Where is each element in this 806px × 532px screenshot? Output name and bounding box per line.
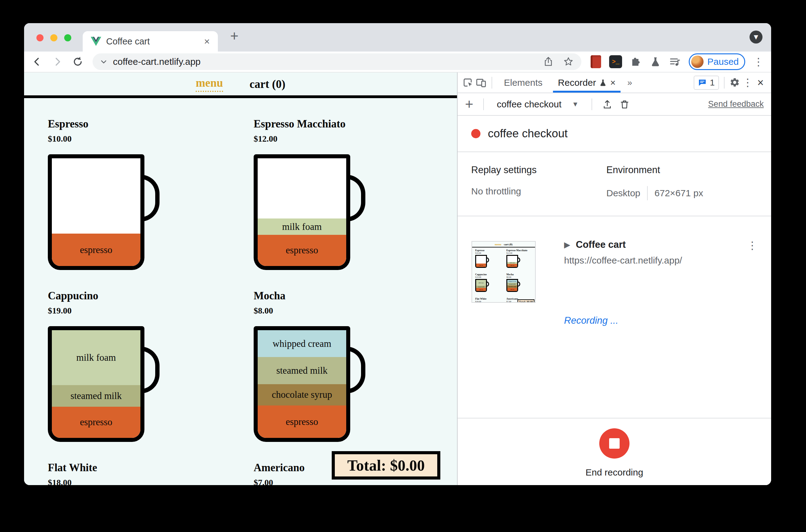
tab-close-icon[interactable]: × <box>204 36 210 46</box>
cup-layer-steamed-milk: steamed milk <box>258 357 346 384</box>
shop-nav: menu cart (0) <box>24 73 457 98</box>
issues-counter[interactable]: 1 <box>694 76 719 90</box>
reload-button[interactable] <box>72 56 83 67</box>
replay-settings-title[interactable]: Replay settings <box>471 165 606 176</box>
traffic-lights <box>36 34 71 41</box>
nav-menu-link[interactable]: menu <box>196 76 223 92</box>
recording-dot-icon <box>471 129 480 138</box>
devtools-menu-kebab-icon[interactable]: ⋮ <box>743 79 753 86</box>
product-grid: Espresso$10.00espressoEspresso Macchiato… <box>24 98 457 485</box>
step-menu-kebab-icon[interactable]: ⋮ <box>747 242 757 248</box>
close-recorder-tab-icon[interactable]: × <box>610 77 616 88</box>
cup-layer-label: espresso <box>286 416 318 428</box>
cup-visual: whipped creamsteamed milkchocolate syrup… <box>254 326 369 442</box>
cup-layer-label: espresso <box>80 244 112 255</box>
more-tabs-icon[interactable]: » <box>624 78 635 88</box>
replay-settings-section: Replay settings No throttling Environmen… <box>458 152 771 216</box>
total-badge: Total: $0.00 <box>332 451 440 479</box>
mini-product-name: Cappucino <box>475 273 502 276</box>
mini-coffee-cup: milk foamespresso <box>506 255 518 268</box>
product-card: Flat White$18.00 <box>48 462 254 485</box>
close-devtools-icon[interactable]: × <box>755 76 766 89</box>
environment-title[interactable]: Environment <box>606 165 703 176</box>
product-price: $8.00 <box>254 306 457 316</box>
product-price: $10.00 <box>48 134 254 144</box>
coffee-cup[interactable]: milk foamsteamed milkespresso <box>48 326 145 442</box>
mini-product-price: $19.00 <box>475 276 502 278</box>
nav-cart-link[interactable]: cart (0) <box>250 77 285 91</box>
device-toolbar-icon[interactable] <box>476 77 487 88</box>
recorder-toolbar: + coffee checkout ▼ Send feedback <box>458 93 771 116</box>
mini-product-card: Espresso Macchiato$12.00milk foamespress… <box>506 249 533 271</box>
minimize-window-button[interactable] <box>50 34 57 41</box>
share-icon[interactable] <box>543 56 554 67</box>
tab-recorder[interactable]: Recorder × <box>551 73 622 93</box>
mini-product-card: Mocha$8.00whipped creamsteamed milkchoco… <box>506 273 533 295</box>
tab-search-chevron-icon[interactable]: ▼ <box>750 31 763 43</box>
address-bar[interactable]: coffee-cart.netlify.app <box>93 53 581 70</box>
cup-layer-label: chocolate syrup <box>272 389 332 400</box>
cup-layer-label: espresso <box>286 245 318 256</box>
mini-product-price: $8.00 <box>506 276 533 278</box>
mini-product-card: Cappucino$19.00milk foamsteamed milkespr… <box>475 273 502 295</box>
mini-cup-handle <box>486 281 489 287</box>
cup-visual: milk foamespresso <box>254 154 369 270</box>
browser-tab[interactable]: Coffee cart × <box>83 31 218 52</box>
profile-paused-button[interactable]: Paused <box>689 53 745 70</box>
bookmark-star-icon[interactable] <box>563 56 574 67</box>
mini-product-card: Flat White$18.00 <box>475 298 502 303</box>
inspect-element-icon[interactable] <box>463 77 474 88</box>
close-window-button[interactable] <box>36 34 43 41</box>
flask-extension-icon[interactable] <box>650 56 661 67</box>
product-card: Espresso Macchiato$12.00milk foamespress… <box>254 118 457 270</box>
coffee-cup[interactable]: espresso <box>48 154 145 270</box>
recording-title: coffee checkout <box>488 127 568 140</box>
mini-cup-layer: whipped cream <box>507 280 517 283</box>
mini-cup-layer: espresso <box>476 288 486 291</box>
product-price: $12.00 <box>254 134 457 144</box>
cup-layer-milk-foam: milk foam <box>52 330 140 385</box>
environment-viewport: 672×671 px <box>654 188 703 198</box>
send-feedback-link[interactable]: Send feedback <box>708 99 764 109</box>
media-queue-icon[interactable] <box>669 56 681 68</box>
step-expand-arrow-icon[interactable]: ▶ <box>564 240 570 250</box>
step-url: https://coffee-cart.netlify.app/ <box>564 255 682 266</box>
cup-layer-label: steamed milk <box>70 391 121 401</box>
terminal-extension-icon[interactable]: >_ <box>609 55 622 68</box>
zoom-window-button[interactable] <box>64 34 71 41</box>
browser-menu-kebab-icon[interactable]: ⋮ <box>753 59 764 65</box>
tab-elements[interactable]: Elements <box>497 73 549 93</box>
delete-recording-icon[interactable] <box>619 99 630 110</box>
cup-layer-espresso: espresso <box>258 235 346 266</box>
coffee-cup[interactable]: milk foamespresso <box>254 154 350 270</box>
export-recording-icon[interactable] <box>602 99 613 110</box>
tab-title: Coffee cart <box>106 36 150 46</box>
devtools-settings-gear-icon[interactable] <box>729 77 741 88</box>
product-name: Espresso <box>48 118 254 130</box>
cup-layer-whipped-cream: whipped cream <box>258 330 346 357</box>
extensions-puzzle-icon[interactable] <box>630 56 642 68</box>
recording-steps-section: menucart (0) Espresso$10.00espressoEspre… <box>458 216 771 418</box>
mini-cup-layer: milk foam <box>476 280 486 285</box>
cheatsheet-extension-icon[interactable] <box>591 55 601 68</box>
end-recording-label: End recording <box>586 467 644 478</box>
mini-cup-layer: steamed milk <box>507 283 517 285</box>
mini-total-badge: Total: $0.00 <box>517 299 535 303</box>
cup-visual: espresso <box>48 154 164 270</box>
back-button[interactable] <box>32 56 43 67</box>
browser-window: Coffee cart × + ▼ coffee-cart.netlify.ap… <box>24 23 771 485</box>
new-tab-button[interactable]: + <box>230 27 238 44</box>
cup-layer-label: whipped cream <box>272 338 331 349</box>
end-recording-button[interactable] <box>599 428 630 459</box>
environment-device: Desktop <box>606 188 640 198</box>
site-info-chevron-icon[interactable] <box>100 58 108 65</box>
recording-select[interactable]: coffee checkout ▼ <box>494 99 582 110</box>
coffee-cup[interactable]: whipped creamsteamed milkchocolate syrup… <box>254 326 350 442</box>
forward-button[interactable] <box>52 56 63 67</box>
cup-layer-chocolate-syrup: chocolate syrup <box>258 384 346 406</box>
product-card: Cappucino$19.00milk foamsteamed milkespr… <box>48 290 254 442</box>
recording-heading: coffee checkout <box>458 116 771 152</box>
add-recording-button[interactable]: + <box>465 98 473 110</box>
mini-product-name: Espresso Macchiato <box>506 249 533 252</box>
cup-layer-steamed-milk: steamed milk <box>52 385 140 407</box>
